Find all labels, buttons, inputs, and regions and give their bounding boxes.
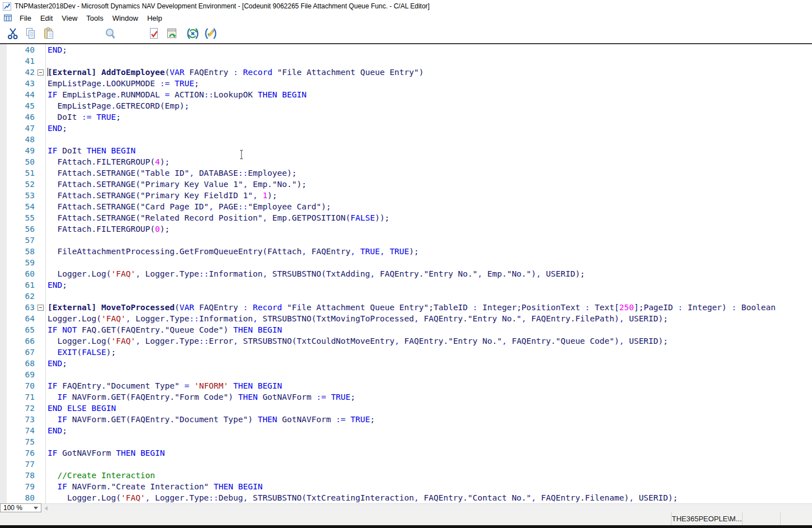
code-line[interactable]: 54 FAttach.SETRANGE("Card Page ID", PAGE… bbox=[0, 201, 812, 212]
code-text[interactable]: [External] MoveToProcessed(VAR FAQEntry … bbox=[46, 302, 776, 313]
code-text[interactable] bbox=[46, 369, 48, 380]
code-text[interactable]: FAttach.SETRANGE("Card Page ID", PAGE::"… bbox=[46, 201, 331, 212]
code-line[interactable]: 56 FAttach.FILTERGROUP(0); bbox=[0, 223, 812, 235]
code-line[interactable]: 40END; bbox=[0, 44, 812, 55]
code-text[interactable]: IF EmpListPage.RUNMODAL = ACTION::Lookup… bbox=[46, 89, 307, 100]
code-line[interactable]: 73 IF NAVForm.GET(FAQEntry."Document Typ… bbox=[0, 414, 812, 425]
fold-gutter[interactable] bbox=[36, 302, 46, 313]
code-line[interactable]: 77 bbox=[0, 459, 812, 470]
code-line[interactable]: 41 bbox=[0, 55, 812, 67]
code-line[interactable]: 58 FileAttachmentProcessing.GetFromQueue… bbox=[0, 246, 812, 257]
code-text[interactable]: Logger.Log('FAQ', Logger.Type::Informati… bbox=[46, 268, 585, 279]
code-line[interactable]: 68END; bbox=[0, 358, 812, 369]
menu-item-file[interactable]: File bbox=[15, 13, 36, 24]
menu-item-edit[interactable]: Edit bbox=[36, 13, 57, 24]
menu-item-help[interactable]: Help bbox=[143, 13, 167, 24]
code-line[interactable]: 43EmpListPage.LOOKUPMODE := TRUE; bbox=[0, 78, 812, 89]
paste-button[interactable] bbox=[43, 27, 55, 40]
cut-button[interactable] bbox=[7, 27, 19, 40]
code-line[interactable]: 70IF FAQEntry."Document Type" = 'NFORM' … bbox=[0, 380, 812, 391]
code-line[interactable]: 52 FAttach.SETRANGE("Primary Key Value 1… bbox=[0, 179, 812, 190]
code-text[interactable]: [External] AddToEmployee(VAR FAQEntry : … bbox=[46, 67, 424, 78]
code-line[interactable]: 57 bbox=[0, 235, 812, 246]
code-text[interactable]: EmpListPage.LOOKUPMODE := TRUE; bbox=[46, 78, 199, 89]
code-line[interactable]: 72END ELSE BEGIN bbox=[0, 403, 812, 414]
pencil-parens-button[interactable] bbox=[204, 27, 218, 40]
code-line[interactable]: 46 DoIt := TRUE; bbox=[0, 111, 812, 123]
code-text[interactable]: IF NAVForm."Create Interaction" THEN BEG… bbox=[46, 481, 262, 492]
code-text[interactable]: IF DoIt THEN BEGIN bbox=[46, 145, 135, 156]
code-text[interactable]: DoIt := TRUE; bbox=[46, 111, 121, 123]
code-text[interactable]: FAttach.SETRANGE("Primary Key FieldID 1"… bbox=[46, 190, 277, 201]
code-line[interactable]: 42[External] AddToEmployee(VAR FAQEntry … bbox=[0, 67, 812, 78]
code-line[interactable]: 78 //Create Interaction bbox=[0, 470, 812, 481]
code-text[interactable] bbox=[46, 55, 48, 67]
code-text[interactable] bbox=[46, 235, 48, 246]
code-line[interactable]: 47END; bbox=[0, 123, 812, 134]
code-line[interactable]: 60 Logger.Log('FAQ', Logger.Type::Inform… bbox=[0, 268, 812, 279]
code-text[interactable]: END; bbox=[46, 425, 67, 436]
code-line[interactable]: 64Logger.Log('FAQ', Logger.Type::Informa… bbox=[0, 313, 812, 324]
code-line[interactable]: 62 bbox=[0, 291, 812, 302]
code-text[interactable]: IF NOT FAQ.GET(FAQEntry."Queue Code") TH… bbox=[46, 324, 282, 335]
code-line[interactable]: 80 Logger.Log('FAQ', Logger.Type::Debug,… bbox=[0, 492, 812, 503]
code-line[interactable]: 67 EXIT(FALSE); bbox=[0, 347, 812, 358]
code-line[interactable]: 48 bbox=[0, 134, 812, 145]
code-text[interactable] bbox=[46, 436, 48, 447]
code-text[interactable]: Logger.Log('FAQ', Logger.Type::Informati… bbox=[46, 313, 668, 324]
fold-gutter[interactable] bbox=[36, 67, 46, 78]
code-text[interactable]: END; bbox=[46, 279, 67, 291]
code-editor[interactable]: 40END;4142[External] AddToEmployee(VAR F… bbox=[0, 44, 812, 503]
code-text[interactable]: IF NAVForm.GET(FAQEntry."Document Type")… bbox=[46, 414, 375, 425]
copy-button[interactable] bbox=[25, 27, 37, 40]
horizontal-scrollbar[interactable] bbox=[41, 503, 812, 513]
menu-item-tools[interactable]: Tools bbox=[82, 13, 107, 24]
code-text[interactable] bbox=[46, 459, 48, 470]
symbol-refresh-button[interactable] bbox=[186, 27, 200, 40]
code-line[interactable]: 63[External] MoveToProcessed(VAR FAQEntr… bbox=[0, 302, 812, 313]
code-text[interactable]: FAttach.SETRANGE("Primary Key Value 1", … bbox=[46, 179, 307, 190]
code-line[interactable]: 45 EmpListPage.GETRECORD(Emp); bbox=[0, 100, 812, 111]
find-button[interactable] bbox=[104, 27, 116, 40]
code-text[interactable] bbox=[46, 257, 48, 268]
code-text[interactable]: IF GotNAVForm THEN BEGIN bbox=[46, 447, 165, 459]
code-text[interactable]: FileAttachmentProcessing.GetFromQueueEnt… bbox=[46, 246, 419, 257]
code-line[interactable]: 51 FAttach.SETRANGE("Table ID", DATABASE… bbox=[0, 167, 812, 179]
code-line[interactable]: 79 IF NAVForm."Create Interaction" THEN … bbox=[0, 481, 812, 492]
code-line[interactable]: 65IF NOT FAQ.GET(FAQEntry."Queue Code") … bbox=[0, 324, 812, 335]
code-text[interactable]: FAttach.FILTERGROUP(0); bbox=[46, 223, 170, 235]
menu-item-window[interactable]: Window bbox=[108, 13, 143, 24]
code-text[interactable]: IF NAVForm.GET(FAQEntry."Form Code") THE… bbox=[46, 391, 355, 403]
check-document-button[interactable] bbox=[148, 27, 160, 40]
code-text[interactable]: Logger.Log('FAQ', Logger.Type::Debug, ST… bbox=[46, 492, 678, 503]
code-text[interactable] bbox=[46, 291, 48, 302]
code-text[interactable]: END; bbox=[46, 123, 67, 134]
document-window-icon[interactable] bbox=[4, 15, 12, 21]
code-line[interactable]: 71 IF NAVForm.GET(FAQEntry."Form Code") … bbox=[0, 391, 812, 403]
code-line[interactable]: 50 FAttach.FILTERGROUP(4); bbox=[0, 156, 812, 167]
code-text[interactable]: FAttach.FILTERGROUP(4); bbox=[46, 156, 170, 167]
scroll-left-icon[interactable] bbox=[45, 506, 48, 511]
code-line[interactable]: 55 FAttach.SETRANGE("Related Record Posi… bbox=[0, 212, 812, 223]
code-text[interactable]: IF FAQEntry."Document Type" = 'NFORM' TH… bbox=[46, 380, 282, 391]
menu-item-view[interactable]: View bbox=[57, 13, 82, 24]
code-line[interactable]: 75 bbox=[0, 436, 812, 447]
code-line[interactable]: 61END; bbox=[0, 279, 812, 291]
code-text[interactable]: Logger.Log('FAQ', Logger.Type::Error, ST… bbox=[46, 335, 668, 347]
code-line[interactable]: 59 bbox=[0, 257, 812, 268]
code-text[interactable]: END; bbox=[46, 358, 67, 369]
code-text[interactable]: FAttach.SETRANGE("Related Record Positio… bbox=[46, 212, 389, 223]
code-text[interactable]: EXIT(FALSE); bbox=[46, 347, 116, 358]
code-line[interactable]: 66 Logger.Log('FAQ', Logger.Type::Error,… bbox=[0, 335, 812, 347]
code-line[interactable]: 74END; bbox=[0, 425, 812, 436]
code-text[interactable]: //Create Interaction bbox=[46, 470, 155, 481]
code-text[interactable]: END; bbox=[46, 44, 67, 55]
code-line[interactable]: 44IF EmpListPage.RUNMODAL = ACTION::Look… bbox=[0, 89, 812, 100]
code-line[interactable]: 53 FAttach.SETRANGE("Primary Key FieldID… bbox=[0, 190, 812, 201]
code-text[interactable]: END ELSE BEGIN bbox=[46, 403, 116, 414]
code-line[interactable]: 69 bbox=[0, 369, 812, 380]
code-text[interactable] bbox=[46, 134, 48, 145]
zoom-level-select[interactable]: 100 % bbox=[0, 503, 41, 512]
code-line[interactable]: 49IF DoIt THEN BEGIN bbox=[0, 145, 812, 156]
code-line[interactable]: 76IF GotNAVForm THEN BEGIN bbox=[0, 447, 812, 459]
